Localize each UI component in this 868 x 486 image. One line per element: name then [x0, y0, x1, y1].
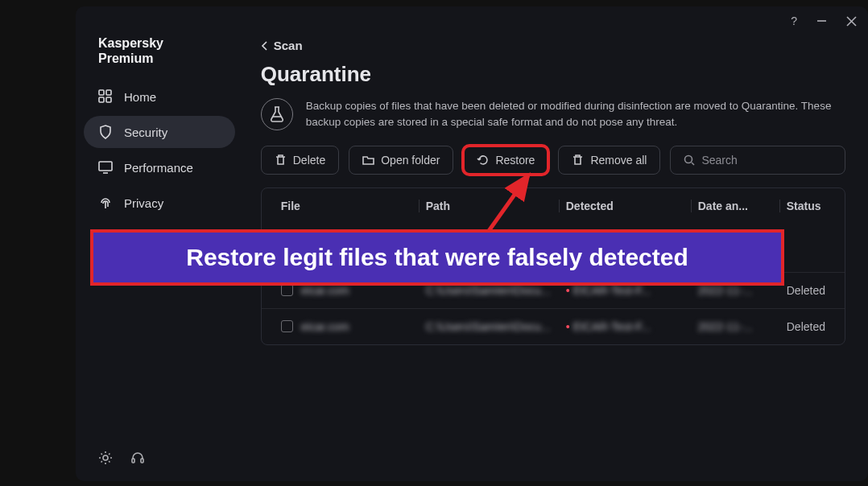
- svg-line-16: [485, 175, 528, 237]
- shield-icon: [98, 125, 113, 139]
- sidebar-item-privacy[interactable]: Privacy: [84, 187, 235, 219]
- svg-rect-7: [99, 162, 112, 171]
- brand: Kaspersky Premium: [84, 35, 235, 80]
- description-row: Backup copies of files that have been de…: [261, 98, 845, 131]
- threat-dot-icon: •: [566, 320, 570, 333]
- svg-rect-4: [106, 90, 111, 95]
- remove-all-button[interactable]: Remove all: [558, 146, 660, 175]
- col-file[interactable]: File: [275, 200, 420, 212]
- minimize-icon[interactable]: [816, 16, 827, 27]
- headset-icon[interactable]: [130, 451, 145, 465]
- search-icon: [684, 154, 695, 166]
- home-icon: [98, 89, 113, 104]
- svg-rect-5: [99, 97, 104, 102]
- gear-icon[interactable]: [98, 451, 113, 465]
- close-icon[interactable]: [846, 16, 857, 27]
- cell-file: eicar.com: [301, 320, 349, 333]
- back-label: Scan: [274, 39, 303, 52]
- cell-status: Deleted: [787, 284, 825, 297]
- svg-rect-3: [99, 90, 104, 95]
- delete-button[interactable]: Delete: [261, 146, 339, 175]
- cell-detected: EICAR-Test-F...: [573, 320, 651, 333]
- row-checkbox[interactable]: [281, 320, 293, 332]
- monitor-icon: [98, 160, 113, 175]
- svg-rect-11: [132, 459, 134, 463]
- cell-date: 2022-11-...: [698, 320, 753, 333]
- col-detected[interactable]: Detected: [560, 200, 692, 212]
- svg-rect-12: [141, 459, 143, 463]
- fingerprint-icon: [98, 196, 113, 210]
- sidebar-item-performance[interactable]: Performance: [84, 151, 235, 183]
- annotation-callout: Restore legit files that were falsely de…: [90, 229, 784, 286]
- folder-icon: [362, 154, 374, 166]
- description-text: Backup copies of files that have been de…: [306, 98, 845, 131]
- sidebar-item-home[interactable]: Home: [84, 80, 235, 113]
- nav: Home Security Performance Privacy: [84, 80, 235, 219]
- toolbar: Delete Open folder Restore Remove all Se…: [261, 146, 845, 175]
- sidebar-item-label: Performance: [124, 161, 193, 175]
- help-icon[interactable]: ?: [791, 14, 797, 27]
- svg-rect-6: [106, 97, 111, 102]
- brand-line1: Kaspersky: [98, 35, 221, 51]
- page-title: Quarantine: [261, 62, 845, 87]
- cell-status: Deleted: [787, 320, 825, 333]
- sidebar-item-label: Home: [124, 90, 156, 104]
- flask-icon: [261, 98, 293, 130]
- button-label: Open folder: [381, 154, 440, 167]
- svg-point-14: [685, 155, 692, 163]
- titlebar: ?: [76, 6, 868, 35]
- cell-path: C:\Users\SamIen\Docu...: [426, 320, 551, 333]
- svg-line-15: [692, 163, 694, 165]
- sidebar-bottom: [84, 443, 235, 473]
- sidebar-item-security[interactable]: Security: [84, 116, 235, 148]
- trash-icon: [275, 154, 287, 166]
- search-placeholder: Search: [701, 154, 737, 167]
- table-header: File Path Detected Date an... Status: [262, 188, 845, 224]
- col-status[interactable]: Status: [780, 200, 832, 212]
- table-row[interactable]: eicar.com C:\Users\SamIen\Docu... •EICAR…: [262, 308, 845, 344]
- callout-text: Restore legit files that were falsely de…: [186, 244, 688, 271]
- sidebar-item-label: Privacy: [124, 196, 163, 210]
- col-date[interactable]: Date an...: [692, 200, 780, 212]
- sidebar-item-label: Security: [124, 126, 167, 139]
- trash-icon: [572, 154, 584, 166]
- chevron-left-icon: [261, 41, 269, 51]
- button-label: Restore: [495, 154, 535, 167]
- button-label: Remove all: [590, 154, 647, 167]
- row-checkbox[interactable]: [281, 284, 293, 296]
- open-folder-button[interactable]: Open folder: [349, 146, 453, 175]
- svg-point-10: [103, 455, 108, 460]
- brand-line2: Premium: [98, 51, 221, 66]
- back-button[interactable]: Scan: [261, 35, 845, 62]
- restore-icon: [477, 154, 489, 166]
- search-field[interactable]: Search: [670, 146, 845, 175]
- button-label: Delete: [293, 154, 325, 167]
